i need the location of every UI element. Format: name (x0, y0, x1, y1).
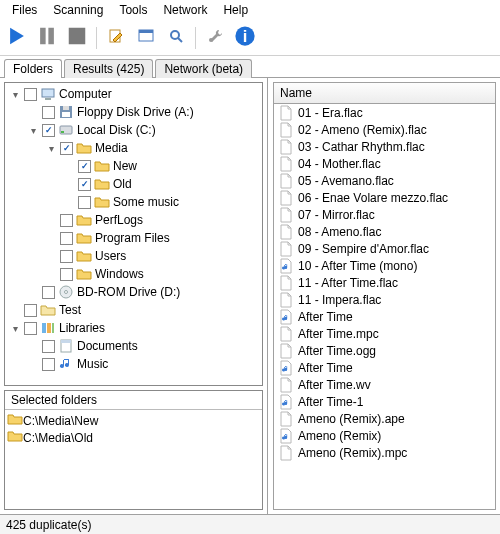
file-row[interactable]: 06 - Enae Volare mezzo.flac (274, 189, 495, 206)
file-icon (278, 275, 294, 291)
play-button[interactable] (4, 25, 30, 51)
file-row[interactable]: Ameno (Remix).mpc (274, 444, 495, 461)
tree-node[interactable]: ▾Local Disk (C:) (5, 121, 262, 139)
menu-tools[interactable]: Tools (111, 1, 155, 19)
audio-file-icon (278, 394, 294, 410)
tree-node[interactable]: Test (5, 301, 262, 319)
folder-icon (76, 230, 92, 246)
tab-network-beta[interactable]: Network (beta) (155, 59, 252, 78)
tree-checkbox[interactable] (60, 214, 73, 227)
file-row[interactable]: 05 - Avemano.flac (274, 172, 495, 189)
tree-checkbox[interactable] (24, 322, 37, 335)
file-name: 03 - Cathar Rhythm.flac (298, 140, 425, 154)
file-row[interactable]: Ameno (Remix) (274, 427, 495, 444)
stop-button[interactable] (64, 25, 90, 51)
toolbar: i (0, 20, 500, 56)
folder-tree[interactable]: ▾ComputerFloppy Disk Drive (A:)▾Local Di… (4, 82, 263, 386)
tree-node[interactable]: Users (5, 247, 262, 265)
tab-folders[interactable]: Folders (4, 59, 62, 78)
tree-checkbox[interactable] (78, 160, 91, 173)
file-row[interactable]: 11 - After Time.flac (274, 274, 495, 291)
file-icon (278, 445, 294, 461)
tree-node[interactable]: ▾Computer (5, 85, 262, 103)
tree-checkbox[interactable] (60, 250, 73, 263)
tree-node[interactable]: ▾Media (5, 139, 262, 157)
tree-checkbox[interactable] (24, 88, 37, 101)
menu-network[interactable]: Network (155, 1, 215, 19)
file-list[interactable]: 01 - Era.flac02 - Ameno (Remix).flac03 -… (273, 104, 496, 510)
selected-folder-row[interactable]: C:\Media\Old (7, 429, 260, 446)
file-name: After Time (298, 310, 353, 324)
tools-button[interactable] (202, 25, 228, 51)
collapse-icon[interactable]: ▾ (9, 89, 21, 100)
tree-node[interactable]: Music (5, 355, 262, 373)
tree-checkbox[interactable] (78, 178, 91, 191)
tree-label: Test (59, 303, 81, 317)
tab-results-425[interactable]: Results (425) (64, 59, 153, 78)
pause-button[interactable] (34, 25, 60, 51)
tree-node[interactable]: PerfLogs (5, 211, 262, 229)
tree-node[interactable]: Some music (5, 193, 262, 211)
file-row[interactable]: After Time (274, 359, 495, 376)
file-row[interactable]: 08 - Ameno.flac (274, 223, 495, 240)
file-row[interactable]: After Time (274, 308, 495, 325)
tree-checkbox[interactable] (42, 124, 55, 137)
edit-button[interactable] (103, 25, 129, 51)
file-row[interactable]: 01 - Era.flac (274, 104, 495, 121)
menu-files[interactable]: Files (4, 1, 45, 19)
tree-node[interactable]: Old (5, 175, 262, 193)
play-icon (6, 25, 28, 50)
file-row[interactable]: After Time.ogg (274, 342, 495, 359)
tree-checkbox[interactable] (60, 142, 73, 155)
tree-node[interactable]: Program Files (5, 229, 262, 247)
collapse-icon[interactable]: ▾ (27, 125, 39, 136)
file-row[interactable]: 03 - Cathar Rhythm.flac (274, 138, 495, 155)
file-list-header[interactable]: Name (273, 82, 496, 104)
tools-icon (207, 28, 223, 47)
folder-icon (94, 194, 110, 210)
file-row[interactable]: After Time-1 (274, 393, 495, 410)
column-name[interactable]: Name (280, 86, 312, 100)
magnify-icon (168, 28, 184, 47)
tree-checkbox[interactable] (42, 358, 55, 371)
file-icon (278, 139, 294, 155)
file-name: 10 - After Time (mono) (298, 259, 417, 273)
file-row[interactable]: After Time.mpc (274, 325, 495, 342)
tree-node[interactable]: ▾Libraries (5, 319, 262, 337)
tree-node[interactable]: Documents (5, 337, 262, 355)
libraries-icon (40, 320, 56, 336)
menu-help[interactable]: Help (215, 1, 256, 19)
music-lib-icon (58, 356, 74, 372)
tree-checkbox[interactable] (60, 268, 73, 281)
audio-file-icon (278, 428, 294, 444)
tree-label: PerfLogs (95, 213, 143, 227)
magnify-button[interactable] (163, 25, 189, 51)
selected-folder-row[interactable]: C:\Media\New (7, 412, 260, 429)
tree-checkbox[interactable] (24, 304, 37, 317)
tree-label: Libraries (59, 321, 105, 335)
file-row[interactable]: 09 - Sempire d'Amor.flac (274, 240, 495, 257)
file-row[interactable]: 10 - After Time (mono) (274, 257, 495, 274)
file-row[interactable]: 02 - Ameno (Remix).flac (274, 121, 495, 138)
tree-node[interactable]: Windows (5, 265, 262, 283)
file-row[interactable]: 04 - Mother.flac (274, 155, 495, 172)
tree-checkbox[interactable] (42, 340, 55, 353)
menubar: FilesScanningToolsNetworkHelp (0, 0, 500, 20)
svg-rect-21 (47, 323, 51, 333)
tree-checkbox[interactable] (78, 196, 91, 209)
file-row[interactable]: 07 - Mirror.flac (274, 206, 495, 223)
tree-node[interactable]: New (5, 157, 262, 175)
tree-checkbox[interactable] (42, 106, 55, 119)
tree-node[interactable]: BD-ROM Drive (D:) (5, 283, 262, 301)
file-row[interactable]: After Time.wv (274, 376, 495, 393)
menu-scanning[interactable]: Scanning (45, 1, 111, 19)
window-button[interactable] (133, 25, 159, 51)
tree-node[interactable]: Floppy Disk Drive (A:) (5, 103, 262, 121)
tree-checkbox[interactable] (60, 232, 73, 245)
file-row[interactable]: Ameno (Remix).ape (274, 410, 495, 427)
tree-checkbox[interactable] (42, 286, 55, 299)
file-row[interactable]: 11 - Impera.flac (274, 291, 495, 308)
collapse-icon[interactable]: ▾ (9, 323, 21, 334)
collapse-icon[interactable]: ▾ (45, 143, 57, 154)
info-button[interactable]: i (232, 25, 258, 51)
